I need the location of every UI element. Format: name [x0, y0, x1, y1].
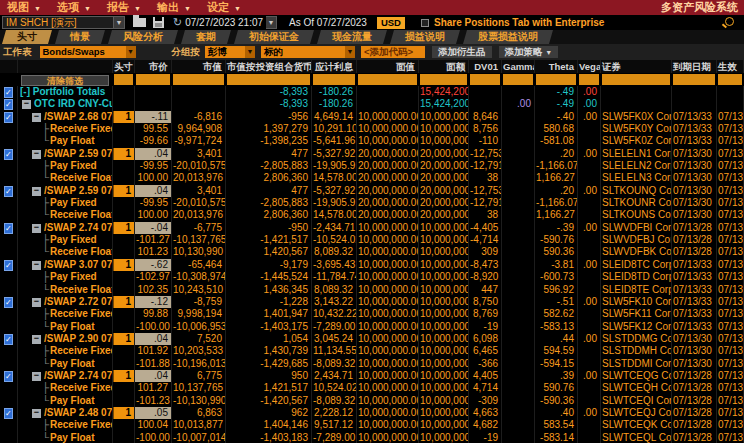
column-header-px[interactable]: 市价	[135, 60, 172, 73]
row-checkbox[interactable]: ✓	[4, 297, 13, 308]
row-label[interactable]: ├Receive Fixed	[18, 382, 113, 394]
table-row[interactable]: └Pay Float-100.00-10,006,953-1,403,175-7…	[0, 321, 744, 333]
table-row[interactable]: ├Receive Fixed101.9210,203,5331,430,7391…	[0, 345, 744, 357]
row-label[interactable]: └Receive Float	[18, 172, 113, 184]
table-row[interactable]: ✓−/SWAP 2.90 07/11.047,5201,0543,045.241…	[0, 333, 744, 345]
table-row[interactable]: ├Pay Fixed-99.95-20,010,575-2,805,883-19…	[0, 197, 744, 209]
column-header-sec[interactable]: 证券	[601, 60, 672, 73]
row-label[interactable]: −/SWAP 2.59 07/1	[18, 185, 113, 197]
column-header-mvpc[interactable]: 市值按投资组合货币	[226, 60, 312, 73]
table-row[interactable]: └Pay Float-100.00-10,007,014-1,403,183-7…	[0, 432, 744, 443]
menu-2[interactable]: 选项 ▼	[50, 0, 100, 15]
row-label[interactable]: └Pay Float	[18, 321, 113, 333]
refresh-icon[interactable]: ↻	[173, 16, 182, 29]
table-row[interactable]: └Pay Float-101.23-10,130,990-1,420,567-8…	[0, 395, 744, 407]
table-row[interactable]: ✓−/SWAP 3.07 07/11-.62-65,464-9,179-3,69…	[0, 259, 744, 271]
column-header-theta[interactable]: Theta	[535, 60, 578, 73]
table-row[interactable]: ✓−/SWAP 2.72 07/11-.12-8,759-1,2283,143.…	[0, 296, 744, 308]
column-header-mv[interactable]: 市值	[172, 60, 226, 73]
row-checkbox[interactable]: ✓	[4, 223, 13, 234]
column-header-gamma[interactable]: Gamma	[502, 60, 535, 73]
row-label[interactable]: −/SWAP 2.90 07/1	[18, 333, 113, 345]
collapse-icon[interactable]: −	[32, 150, 41, 159]
table-row[interactable]: └Receive Float101.2310,130,9901,420,5678…	[0, 246, 744, 258]
row-label[interactable]: └Receive Float	[18, 246, 113, 258]
row-checkbox[interactable]: ✓	[4, 99, 13, 110]
collapse-icon[interactable]: −	[32, 409, 41, 418]
table-row[interactable]: ✓−/SWAP 2.48 07/11.056,8639622,228.1210,…	[0, 407, 744, 419]
column-header-dv01[interactable]: DV01	[469, 60, 502, 73]
share-positions-checkbox[interactable]	[421, 19, 429, 27]
column-header-vega[interactable]: Vega	[578, 60, 601, 73]
timestamp-dropdown-icon[interactable]: ▼	[266, 16, 277, 29]
folder-icon[interactable]	[133, 18, 146, 27]
row-label[interactable]: ├Pay Fixed	[18, 271, 113, 283]
column-header-face[interactable]: 面值	[357, 60, 419, 73]
filter-input-eff[interactable]	[718, 74, 742, 85]
table-row[interactable]: ├Receive Fixed101.2710,137,7651,421,5171…	[0, 382, 744, 394]
collapse-icon[interactable]: −	[32, 187, 41, 196]
row-label[interactable]: ├Receive Fixed	[18, 308, 113, 320]
row-label[interactable]: −/SWAP 2.59 07/1	[18, 148, 113, 160]
filter-input-mv[interactable]	[173, 74, 224, 85]
secondary-group-select[interactable]: 标的	[261, 46, 345, 58]
table-row[interactable]: ├Pay Fixed-101.27-10,137,765-1,421,517-1…	[0, 234, 744, 246]
filter-input-pos[interactable]	[114, 74, 133, 85]
row-checkbox[interactable]: ✓	[4, 149, 13, 160]
row-checkbox[interactable]: ✓	[4, 371, 13, 382]
menu-3[interactable]: 报告 ▼	[100, 0, 150, 15]
table-row[interactable]: ├Receive Fixed100.0410,013,8771,404,1469…	[0, 419, 744, 431]
column-header-pos[interactable]: 头寸	[113, 60, 135, 73]
collapse-icon[interactable]: −	[32, 335, 41, 344]
table-row[interactable]: └Pay Float-101.88-10,196,013-1,429,685-8…	[0, 358, 744, 370]
row-checkbox[interactable]: ✓	[4, 408, 13, 419]
row-label[interactable]: −/SWAP 2.48 07/1	[18, 407, 113, 419]
add-code-input[interactable]: <添加代码>	[361, 46, 425, 58]
row-checkbox[interactable]: ✓	[4, 186, 13, 197]
worksheet-select[interactable]: Bonds/Swaps	[40, 46, 126, 58]
row-label[interactable]: [-] Portfolio Totals	[18, 86, 113, 98]
search-icon[interactable]	[722, 17, 734, 29]
column-header-mat[interactable]: 到期日期	[672, 60, 717, 73]
filter-input-accr[interactable]	[313, 74, 355, 85]
add-derivative-button[interactable]: 添加衍生品	[432, 46, 492, 58]
row-label[interactable]: −/SWAP 2.68 07/1	[18, 111, 113, 123]
tab-4[interactable]: 套期	[181, 30, 231, 44]
table-row[interactable]: ├Receive Fixed99.889,998,1941,401,94710,…	[0, 308, 744, 320]
column-header-eff[interactable]: 生效	[717, 60, 744, 73]
menu-5[interactable]: 设定 ▼	[200, 0, 250, 15]
column-header-accr[interactable]: 应计利息	[312, 60, 357, 73]
table-row[interactable]: ✓−/SWAP 2.59 07/11.043,401477-5,327.9220…	[0, 148, 744, 160]
row-label[interactable]: ├Pay Fixed	[18, 160, 113, 172]
currency-badge[interactable]: USD	[377, 17, 405, 29]
tab-3[interactable]: 风险分析	[108, 30, 178, 44]
row-label[interactable]: └Pay Float	[18, 432, 113, 443]
filter-input-vega[interactable]	[579, 74, 599, 85]
filter-input-mat[interactable]	[673, 74, 715, 85]
worksheet-dropdown-icon[interactable]: ▼	[126, 46, 136, 58]
tab-8[interactable]: 股票损益说明	[463, 30, 553, 44]
portfolio-name-field[interactable]: IM SHCH [演示]	[2, 16, 114, 29]
row-label[interactable]: −/SWAP 2.74 07/1	[18, 222, 113, 234]
tab-6[interactable]: 现金流量	[317, 30, 387, 44]
table-row[interactable]: └Receive Float102.3510,243,5101,436,3458…	[0, 284, 744, 296]
collapse-icon[interactable]: −	[22, 100, 31, 109]
filter-input-px[interactable]	[136, 74, 170, 85]
filter-input-gamma[interactable]	[503, 74, 533, 85]
collapse-icon[interactable]: −	[32, 261, 41, 270]
collapse-icon[interactable]: −	[32, 298, 41, 307]
column-header-par[interactable]: 面额	[419, 60, 469, 73]
tab-5[interactable]: 初始保证金	[234, 30, 314, 44]
row-label[interactable]: └Receive Float	[18, 284, 113, 296]
table-row[interactable]: └Receive Float100.0020,013,9762,806,3601…	[0, 172, 744, 184]
row-label[interactable]: └Receive Float	[18, 209, 113, 221]
row-checkbox[interactable]: ✓	[4, 334, 13, 345]
save-icon[interactable]	[153, 17, 164, 28]
row-label[interactable]: −/SWAP 2.72 07/1	[18, 296, 113, 308]
row-label[interactable]: └Pay Float	[18, 358, 113, 370]
row-label[interactable]: ├Receive Fixed	[18, 419, 113, 431]
table-row[interactable]: ├Receive Fixed99.559,964,9081,397,27910,…	[0, 123, 744, 135]
filter-input-mvpc[interactable]	[227, 74, 310, 85]
table-row[interactable]: ├Pay Fixed-102.97-10,308,974-1,445,524-1…	[0, 271, 744, 283]
tab-7[interactable]: 损益说明	[390, 30, 460, 44]
